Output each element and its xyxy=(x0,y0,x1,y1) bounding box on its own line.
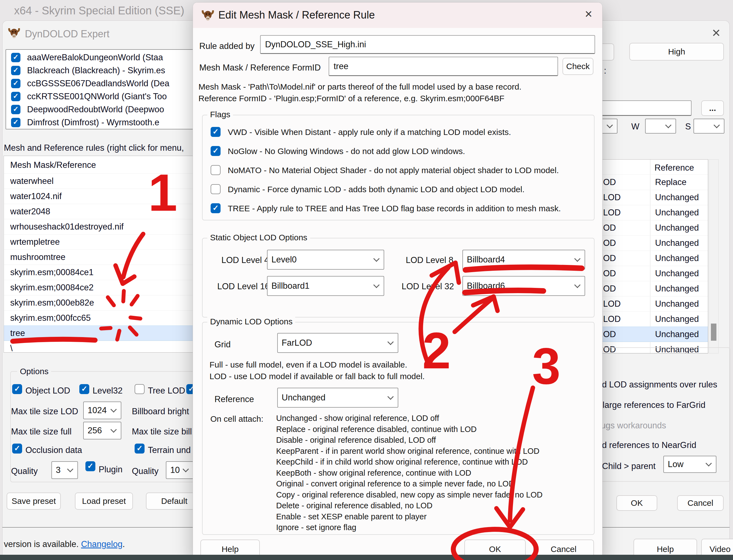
browse-button[interactable]: ... xyxy=(701,100,724,116)
checkbox-checked[interactable]: ✓ xyxy=(211,146,221,156)
check-icon: ✓ xyxy=(13,53,19,61)
worldspace-item[interactable]: ✓Blackreach (Blackreach) - Skyrim.es xyxy=(6,64,210,77)
reference-table-row[interactable]: ODUnchanged xyxy=(597,266,708,281)
checkbox-checked[interactable]: ✓ xyxy=(11,53,20,62)
check-button[interactable]: Check xyxy=(562,58,593,75)
taskbar[interactable] xyxy=(0,555,733,560)
checkbox-checked[interactable]: ✓ xyxy=(11,105,20,114)
checkbox-checked[interactable]: ✓ xyxy=(211,127,221,137)
lod-level8-select[interactable]: Billboard4 xyxy=(462,250,585,270)
rules-table-row[interactable]: \ xyxy=(4,341,194,353)
lod-level16-label: LOD Level 16 xyxy=(217,282,270,291)
mesh-mask-description: Mesh Mask - 'Path\To\Model.nif' or parts… xyxy=(199,81,521,93)
flags-legend: Flags xyxy=(207,110,233,119)
quality-right-select[interactable]: 10 xyxy=(166,461,194,479)
dialog-close-icon[interactable]: × xyxy=(585,6,592,21)
reference-table-row[interactable]: ODUnchanged xyxy=(597,220,708,235)
check-icon: ✓ xyxy=(87,462,94,470)
rules-table-row[interactable]: tree xyxy=(4,325,194,341)
rules-table-row[interactable]: wrtempletree xyxy=(4,234,194,249)
object-lod-checkbox[interactable]: ✓ xyxy=(12,384,22,394)
rules-table-row[interactable]: skyrim.esm;000eb82e xyxy=(4,295,194,310)
flag-checkbox-row[interactable]: Dynamic - Force dynamic LOD - adds both … xyxy=(211,184,525,194)
worldspace-item[interactable]: ✓ccBGSSSE067DeadlandsWorld (Dea xyxy=(6,77,210,90)
high-preset-button[interactable]: High xyxy=(629,43,724,61)
lod-fragment: OD xyxy=(603,253,616,263)
rules-table-row[interactable]: skyrim.esm;00084ce1 xyxy=(4,265,194,280)
child-parent-select[interactable]: Low xyxy=(663,456,716,473)
reference-table-row[interactable]: ODReplace xyxy=(597,174,708,190)
flag-checkbox-row[interactable]: ✓VWD - Visible When Distant - apply rule… xyxy=(211,127,511,137)
lod-level16-select[interactable]: Billboard1 xyxy=(267,276,384,296)
rules-table-row[interactable]: mushroomtree xyxy=(4,249,194,265)
checkbox-checked[interactable]: ✓ xyxy=(11,66,20,75)
worldspace-item[interactable]: ✓aaaWereBalokDungeonWorld (Staa xyxy=(6,51,210,64)
reference-column-header[interactable]: Reference xyxy=(654,163,694,173)
flag-checkbox-row[interactable]: ✓TREE - Apply rule to TREE and Has Tree … xyxy=(211,203,561,213)
on-cell-attach-line: Disable - original reference disabled, L… xyxy=(276,435,542,446)
reference-table-row[interactable]: ODUnchanged xyxy=(597,251,708,266)
reference-table-row[interactable]: LODUnchanged xyxy=(597,311,708,327)
max-tile-full-select[interactable]: 256 xyxy=(83,422,121,439)
max-tile-lod-select[interactable]: 1024 xyxy=(83,402,121,419)
plugin-checkbox[interactable]: ✓ xyxy=(85,461,95,471)
check-icon: ✓ xyxy=(13,79,19,87)
terrain-checkbox[interactable]: ✓ xyxy=(135,444,145,454)
lod-level32-select[interactable]: Billboard6 xyxy=(462,276,585,296)
lod-level4-select[interactable]: Level0 xyxy=(267,250,384,270)
flag-checkbox-row[interactable]: NoMATO - No Material Object Shader - do … xyxy=(211,165,559,175)
reference-table-row[interactable]: ODUnchanged xyxy=(597,281,708,296)
rules-table-row[interactable]: wrhouseshack01destroyed.nif xyxy=(4,219,194,234)
worldspace-item[interactable]: ✓DeepwoodRedoubtWorld (Deepwoo xyxy=(6,103,210,116)
path-input[interactable] xyxy=(593,100,692,116)
tree-lod-checkbox[interactable] xyxy=(135,384,145,394)
object-lod-label: Object LOD xyxy=(25,386,70,396)
checkbox-unchecked[interactable] xyxy=(211,165,221,175)
flag-checkbox-row[interactable]: ✓NoGlow - No Glowing Windows - do not ad… xyxy=(211,146,465,156)
scrollbar-thumb[interactable] xyxy=(711,324,716,341)
on-cell-attach-line: KeepChild - if in child world show origi… xyxy=(276,457,542,468)
main-close-icon[interactable]: × xyxy=(712,24,720,41)
reference-table-row[interactable]: LODUnchanged xyxy=(597,190,708,205)
checkbox-checked[interactable]: ✓ xyxy=(11,92,20,101)
w-select[interactable] xyxy=(645,119,676,134)
checkbox-checked[interactable]: ✓ xyxy=(211,203,221,213)
check-icon: ✓ xyxy=(81,384,88,393)
worldspace-list[interactable]: ✓aaaWereBalokDungeonWorld (Staa✓Blackrea… xyxy=(6,49,211,129)
mesh-mask-input[interactable]: tree xyxy=(329,57,558,76)
max-tile-lod-label: Max tile size LOD xyxy=(11,407,78,416)
rules-table-row[interactable]: water2048 xyxy=(4,204,194,219)
reference-table-row[interactable]: ODUnchanged xyxy=(597,235,708,251)
on-cell-attach-line: Copy - original reference disabled, new … xyxy=(276,489,542,501)
checkbox-checked[interactable]: ✓ xyxy=(11,118,20,127)
grid-select[interactable]: FarLOD xyxy=(277,333,398,353)
quality-left-select[interactable]: 3 xyxy=(51,461,78,479)
on-cell-attach-line: Original - convert original reference to… xyxy=(276,478,542,489)
checkbox-checked[interactable]: ✓ xyxy=(11,79,20,88)
worldspace-item[interactable]: ✓ccKRTSSE001QNWorld (Giant's Too xyxy=(6,90,210,103)
flag-label: TREE - Apply rule to TREE and Has Tree L… xyxy=(228,203,561,213)
rule-added-by-input[interactable]: DynDOLOD_SSE_High.ini xyxy=(260,35,595,54)
load-preset-button[interactable]: Load preset xyxy=(75,493,133,510)
s-select[interactable] xyxy=(693,119,724,134)
reference-table-row[interactable]: ODUnchanged xyxy=(597,327,708,342)
worldspace-item[interactable]: ✓Dimfrost (Dimfrost) - Wyrmstooth.e xyxy=(6,116,210,129)
mesh-rules-table[interactable]: Mesh Mask/Reference waterwheelwater1024.… xyxy=(4,156,194,353)
reference-table-row[interactable]: LODUnchanged xyxy=(597,205,708,220)
rules-table-row[interactable]: skyrim.esm;000fcc65 xyxy=(4,310,194,325)
rules-table-row[interactable]: waterwheel xyxy=(4,173,194,189)
reference-table[interactable]: Reference ODReplaceLODUnchangedLODUnchan… xyxy=(597,159,708,353)
rules-table-row[interactable]: skyrim.esm;00084ce2 xyxy=(4,280,194,295)
reference-select[interactable]: Unchanged xyxy=(277,388,398,408)
reference-table-row[interactable]: LODUnchanged xyxy=(597,296,708,311)
save-preset-button[interactable]: Save preset xyxy=(7,493,61,510)
occlusion-checkbox[interactable]: ✓ xyxy=(12,444,22,454)
main-cancel-button[interactable]: Cancel xyxy=(677,495,724,511)
changelog-link[interactable]: Changelog xyxy=(81,539,122,549)
main-ok-button[interactable]: OK xyxy=(616,495,657,511)
level32-checkbox[interactable]: ✓ xyxy=(79,384,89,394)
checkbox-unchecked[interactable] xyxy=(211,184,221,194)
rules-table-header[interactable]: Mesh Mask/Reference xyxy=(4,156,194,173)
rules-table-row[interactable]: water1024.nif xyxy=(4,189,194,204)
reference-value: Unchanged xyxy=(655,253,699,263)
